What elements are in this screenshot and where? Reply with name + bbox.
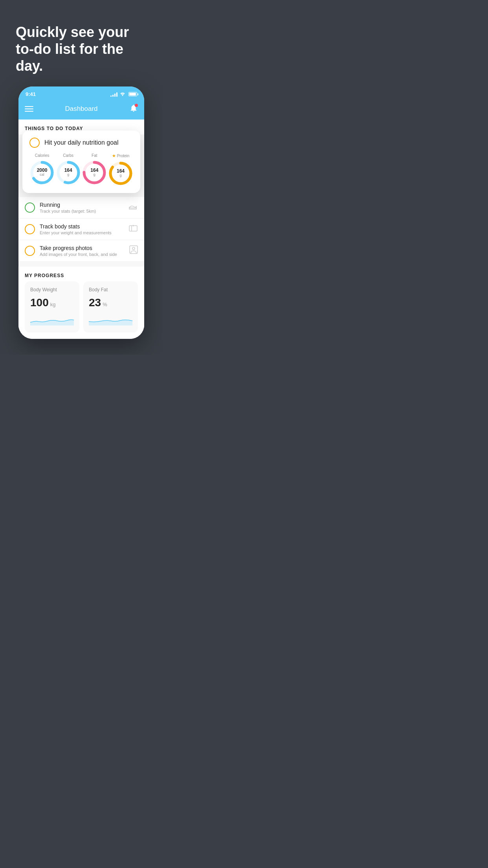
status-icons [110,92,137,97]
nav-title: Dashboard [65,105,97,113]
carbs-unit: g [64,173,72,177]
scale-icon [128,224,138,234]
progress-header: MY PROGRESS [18,267,144,281]
progress-section: MY PROGRESS Body Weight 100 kg [18,267,144,339]
status-time: 9:41 [26,91,36,97]
nutrition-checkbox[interactable] [29,138,40,148]
body-fat-card[interactable]: Body Fat 23 % [83,281,138,333]
body-stats-subtitle: Enter your weight and measurements [40,230,124,235]
fat-donut: 164 g [82,160,107,185]
body-weight-unit: kg [50,302,56,307]
protein-star-icon: ★ [112,153,116,158]
carbs-item: Carbs 164 g [56,153,81,185]
svg-point-12 [132,247,135,250]
protein-unit: g [117,174,125,178]
carbs-label: Carbs [63,153,73,158]
nutrition-card: Hit your daily nutrition goal Calories [22,131,140,193]
page-wrapper: Quickly see your to-do list for the day.… [0,0,163,355]
body-fat-label: Body Fat [89,287,132,292]
photos-checkbox[interactable] [25,246,35,256]
calories-item: Calories 2000 cal [29,153,55,185]
body-weight-number: 100 [30,296,49,309]
todo-item-photos[interactable]: Take progress photos Add images of your … [18,240,144,262]
body-weight-label: Body Weight [30,287,74,292]
fat-label: Fat [92,153,97,158]
shoe-icon [128,203,138,212]
content-area: THINGS TO DO TODAY Hit your daily nutrit… [18,120,144,339]
fat-unit: g [90,173,98,177]
photos-title: Take progress photos [40,245,125,251]
running-title: Running [40,202,124,208]
body-weight-value-container: 100 kg [30,296,74,309]
nutrition-grid: Calories 2000 cal [29,153,133,186]
body-fat-value-container: 23 % [89,296,132,309]
svg-rect-8 [129,226,137,231]
body-weight-chart [30,314,74,326]
hero-section: Quickly see your to-do list for the day. [0,0,163,86]
notification-dot [135,104,138,107]
body-fat-unit: % [103,302,107,307]
fat-item: Fat 164 g [82,153,107,185]
photos-subtitle: Add images of your front, back, and side [40,252,125,257]
calories-label: Calories [35,153,50,158]
nav-bar: Dashboard [18,101,144,120]
battery-icon [128,92,137,96]
nutrition-item-header: Hit your daily nutrition goal [29,138,133,148]
body-stats-checkbox[interactable] [25,224,35,234]
status-bar: 9:41 [18,86,144,101]
body-weight-card[interactable]: Body Weight 100 kg [25,281,79,333]
hamburger-menu[interactable] [25,106,33,112]
todo-item-running[interactable]: Running Track your stats (target: 5km) [18,197,144,219]
phone-frame: 9:41 [18,86,144,339]
calories-donut: 2000 cal [29,160,55,185]
person-icon [129,245,138,256]
nutrition-item-title: Hit your daily nutrition goal [44,139,119,146]
protein-donut: 164 g [108,161,133,186]
protein-item: ★ Protein 164 g [108,153,133,186]
hero-title: Quickly see your to-do list for the day. [16,24,147,75]
todo-item-body-stats[interactable]: Track body stats Enter your weight and m… [18,219,144,240]
wifi-icon [120,92,125,97]
progress-title: MY PROGRESS [25,273,138,278]
protein-label: ★ Protein [112,153,130,158]
progress-cards: Body Weight 100 kg Body Fat [18,281,144,339]
signal-icon [110,92,117,97]
calories-unit: cal [37,173,48,177]
todo-list: Running Track your stats (target: 5km) [18,197,144,262]
notification-bell[interactable] [129,104,138,114]
body-fat-number: 23 [89,296,101,309]
body-fat-chart [89,314,132,326]
running-subtitle: Track your stats (target: 5km) [40,209,124,213]
body-stats-title: Track body stats [40,223,124,230]
running-checkbox[interactable] [25,202,35,213]
carbs-donut: 164 g [56,160,81,185]
